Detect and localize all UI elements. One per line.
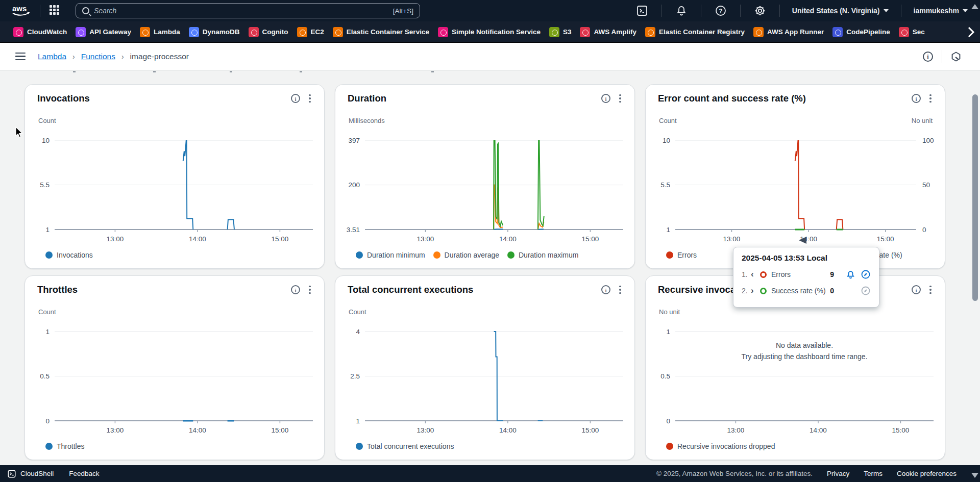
terms-link[interactable]: Terms [864, 470, 883, 477]
legend-label: Errors [677, 251, 697, 259]
cloudshell-icon[interactable] [636, 5, 648, 17]
divider [662, 5, 662, 17]
favorite-elastic-container-service[interactable]: Elastic Container Service [333, 27, 429, 37]
info-icon[interactable]: i [601, 93, 611, 104]
favorite-ec2[interactable]: EC2 [297, 27, 324, 37]
tooltip-timestamp: 2025-04-05 13:53 Local [742, 253, 871, 263]
help-icon[interactable]: ? [715, 5, 727, 17]
favorite-cloudwatch[interactable]: CloudWatch [13, 27, 67, 37]
region-selector[interactable]: United States (N. Virginia) [792, 7, 889, 15]
chevron-right-icon[interactable]: › [751, 286, 760, 296]
errors-chart[interactable]: CountNo unit105.5110050013:0014:0015:00 [646, 110, 945, 249]
scrollbar-up-arrow[interactable] [971, 4, 978, 9]
invocations-chart[interactable]: Count105.5113:0014:0015:00 [25, 110, 325, 249]
card-duration: Duration i Milliseconds3972003.5113:0014… [335, 84, 635, 269]
aws-logo[interactable]: aws [10, 4, 33, 18]
card-throttles: Throttles i Count10.5013:0014:0015:00 Th… [24, 275, 325, 460]
bell-icon[interactable] [675, 5, 688, 17]
throttles-chart[interactable]: Count10.5013:0014:0015:00 [25, 301, 325, 440]
favorite-label: Elastic Container Registry [659, 28, 745, 36]
scrollbar-down-arrow[interactable] [971, 473, 978, 478]
svg-text:No unit: No unit [912, 117, 933, 124]
feedback-button[interactable]: Feedback [69, 470, 99, 477]
favorite-sec[interactable]: Sec [899, 27, 925, 37]
legend-item[interactable]: Recursive invocations dropped [666, 442, 775, 450]
info-icon[interactable]: i [290, 285, 301, 295]
svg-text:i: i [295, 287, 296, 293]
series-value: 0 [830, 287, 834, 295]
info-icon[interactable]: i [290, 93, 301, 104]
breadcrumb-lambda[interactable]: Lambda [38, 52, 66, 61]
legend-item[interactable]: Errors [666, 251, 697, 259]
duration-chart[interactable]: Milliseconds3972003.5113:0014:0015:00 [335, 110, 635, 249]
service-icon [249, 27, 259, 37]
favorite-api-gateway[interactable]: API Gateway [76, 27, 131, 37]
user-menu[interactable]: iammukeshm [914, 7, 968, 15]
chevron-down-icon [884, 9, 889, 12]
svg-text:13:00: 13:00 [723, 235, 741, 243]
svg-text:Milliseconds: Milliseconds [349, 117, 385, 124]
favorite-codepipeline[interactable]: CodePipeline [832, 27, 890, 37]
favorite-aws-amplify[interactable]: AWS Amplify [580, 27, 636, 37]
legend-label: Total concurrent executions [367, 442, 454, 450]
bell-icon[interactable] [846, 270, 855, 280]
service-icon [549, 27, 559, 37]
more-options-icon[interactable] [305, 285, 315, 295]
top-navigation: aws Search [Alt+S] ? United States (N. V… [0, 0, 980, 21]
legend-item[interactable]: Total concurrent executions [356, 442, 454, 450]
info-icon[interactable]: i [911, 285, 921, 295]
search-input[interactable]: Search [Alt+S] [76, 3, 420, 18]
svg-text:0.5: 0.5 [40, 372, 50, 380]
compass-icon[interactable] [861, 269, 871, 280]
more-options-icon[interactable] [615, 285, 625, 295]
favorites-scroll-right-icon[interactable] [966, 26, 976, 39]
service-icon [189, 27, 199, 37]
svg-text:200: 200 [348, 181, 360, 189]
cloudshell-button[interactable]: CloudShell [7, 469, 54, 478]
cookie-preferences-link[interactable]: Cookie preferences [897, 470, 957, 477]
service-icon [438, 27, 448, 37]
favorite-s3[interactable]: S3 [549, 27, 572, 37]
legend-color-dot [433, 251, 440, 259]
chevron-down-icon [963, 9, 968, 12]
more-options-icon[interactable] [925, 285, 936, 295]
legend-label: Duration minimum [367, 251, 425, 259]
scrollbar-thumb[interactable] [972, 94, 978, 301]
service-icon [580, 27, 590, 37]
favorite-aws-app-runner[interactable]: AWS App Runner [753, 27, 824, 37]
legend-item[interactable]: Duration average [433, 251, 499, 259]
search-icon [82, 7, 89, 14]
chevron-left-icon[interactable]: ‹ [751, 269, 760, 280]
service-icon [13, 27, 23, 37]
favorite-lambda[interactable]: Lambda [140, 27, 180, 37]
info-icon[interactable]: i [922, 51, 934, 62]
privacy-link[interactable]: Privacy [827, 470, 849, 477]
breadcrumb-separator: › [121, 53, 124, 61]
legend-item[interactable]: Throttles [45, 442, 84, 450]
favorite-cognito[interactable]: Cognito [249, 27, 288, 37]
svg-text:15:00: 15:00 [582, 426, 599, 434]
legend-item[interactable]: Duration minimum [356, 251, 425, 259]
breadcrumb-functions[interactable]: Functions [81, 52, 115, 61]
recursive-invocations-chart[interactable]: No unit10.5013:0014:0015:00No data avail… [646, 301, 945, 440]
more-options-icon[interactable] [615, 93, 625, 104]
tooltip-caret [798, 236, 806, 244]
svg-text:15:00: 15:00 [272, 235, 289, 243]
info-icon[interactable]: i [601, 285, 611, 295]
concurrent-executions-chart[interactable]: Count42.5113:0014:0015:00 [335, 301, 635, 440]
legend-item[interactable]: Invocations [45, 251, 93, 259]
more-options-icon[interactable] [925, 93, 936, 104]
more-options-icon[interactable] [305, 93, 315, 104]
amazon-q-icon[interactable] [950, 51, 962, 62]
svg-text:i: i [295, 96, 296, 102]
svg-text:15:00: 15:00 [892, 426, 910, 434]
svg-text:14:00: 14:00 [189, 235, 206, 243]
gear-icon[interactable] [754, 5, 766, 17]
favorite-simple-notification-service[interactable]: Simple Notification Service [438, 27, 541, 37]
legend-item[interactable]: Duration maximum [507, 251, 578, 259]
favorite-dynamodb[interactable]: DynamoDB [189, 27, 240, 37]
favorite-elastic-container-registry[interactable]: Elastic Container Registry [645, 27, 745, 37]
info-icon[interactable]: i [911, 93, 921, 104]
apps-grid-icon[interactable] [50, 5, 61, 16]
hamburger-menu-icon[interactable] [15, 53, 26, 61]
